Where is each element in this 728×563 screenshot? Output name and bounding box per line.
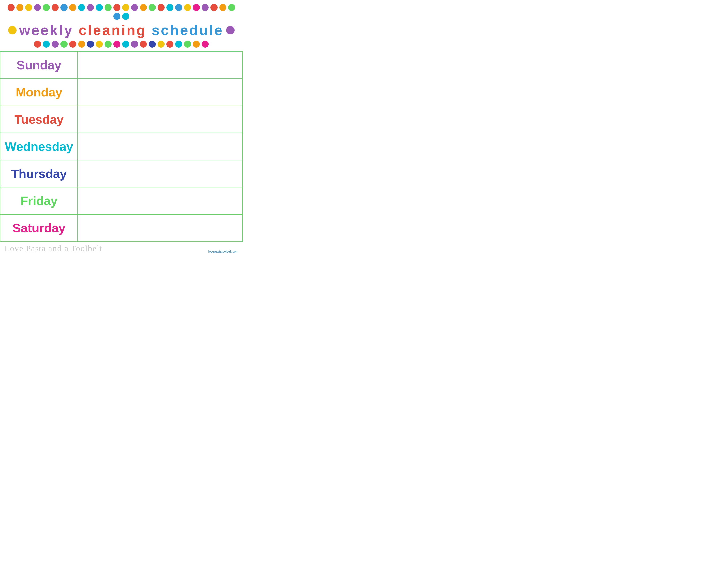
day-cell: Tuesday [0,106,78,133]
dot [43,4,50,11]
dot [52,4,59,11]
dot [25,4,32,11]
dot [78,4,85,11]
dots-top-row [4,2,238,22]
dot [184,4,191,11]
dot [202,41,209,48]
dot [228,4,235,11]
dot [96,4,103,11]
schedule-row: Thursday [0,160,242,187]
dot [113,41,120,48]
dot [8,4,15,11]
dot [43,41,50,48]
dot [166,41,173,48]
dot [105,41,112,48]
task-cell[interactable] [78,79,242,106]
dot [158,41,165,48]
dot [105,4,112,11]
title-dot-left [8,26,17,34]
day-label: Saturday [13,221,66,235]
schedule-row: Saturday [0,214,242,241]
title-cleaning: cleaning [79,22,146,38]
footer: Love Pasta and a Toolbelt lovepastatoolb… [0,242,243,255]
dot [87,4,94,11]
dot [16,4,23,11]
website-url: lovepastatoolbelt.com [208,250,238,253]
dot [184,41,191,48]
dot [193,41,200,48]
dot [34,4,41,11]
schedule-row: Wednesday [0,133,242,160]
title-schedule: schedule [152,22,223,38]
day-cell: Friday [0,187,78,214]
dot [113,13,120,20]
dot [149,4,156,11]
dot [87,41,94,48]
watermark-text: Love Pasta and a Toolbelt [4,243,102,253]
page-wrapper: weekly cleaning schedule SundayMondayTue… [0,0,243,255]
dot [113,4,120,11]
dot [219,4,226,11]
schedule-row: Sunday [0,51,242,79]
title-weekly: weekly [19,22,73,38]
task-cell[interactable] [78,187,242,214]
dot [69,41,76,48]
dot [122,41,129,48]
dot [52,41,59,48]
dot [78,41,85,48]
dot [122,4,129,11]
dot [140,4,147,11]
dot [69,4,76,11]
dots-bottom-row [4,39,238,49]
day-cell: Wednesday [0,133,78,160]
day-cell: Thursday [0,160,78,187]
page-title: weekly cleaning schedule [19,23,224,38]
day-cell: Saturday [0,214,78,241]
schedule-row: Friday [0,187,242,214]
day-label: Wednesday [5,139,73,153]
schedule-row: Monday [0,79,242,106]
dot [166,4,173,11]
dot [210,4,218,11]
day-label: Sunday [17,58,61,72]
dot [175,4,182,11]
day-cell: Monday [0,79,78,106]
day-label: Tuesday [14,112,64,126]
task-cell[interactable] [78,133,242,160]
dot [140,41,147,48]
day-label: Friday [21,194,58,208]
day-label: Thursday [11,167,67,180]
task-cell[interactable] [78,160,242,187]
title-dot-right [226,26,235,34]
dot [158,4,165,11]
schedule-table: SundayMondayTuesdayWednesdayThursdayFrid… [0,51,243,242]
task-cell[interactable] [78,51,242,79]
dot [131,41,138,48]
task-cell[interactable] [78,214,242,241]
schedule-row: Tuesday [0,106,242,133]
dot [193,4,200,11]
dot [175,41,182,48]
dot [34,41,41,48]
header: weekly cleaning schedule [0,0,243,49]
title-row: weekly cleaning schedule [4,22,238,39]
dot [96,41,103,48]
task-cell[interactable] [78,106,242,133]
dot [60,41,68,48]
day-label: Monday [16,85,62,99]
dot [60,4,68,11]
day-cell: Sunday [0,51,78,79]
dot [131,4,138,11]
dot [122,13,129,20]
dot [149,41,156,48]
dot [202,4,209,11]
